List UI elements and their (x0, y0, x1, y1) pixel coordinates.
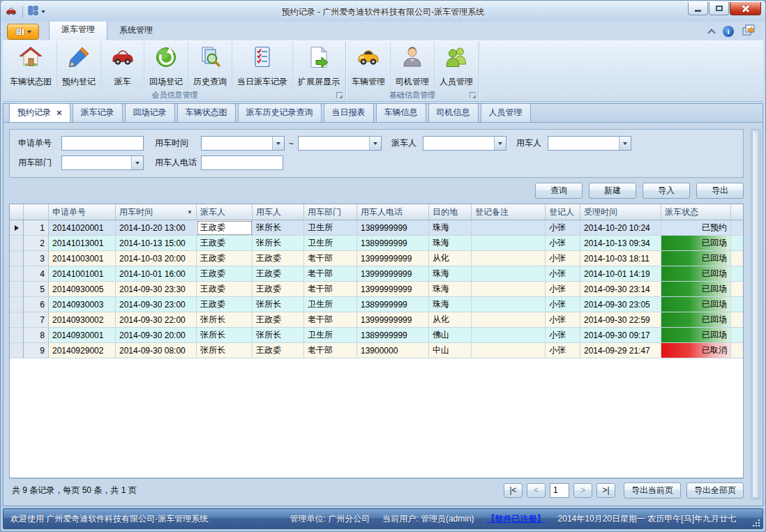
driver-person-icon (400, 45, 424, 69)
ribbon-tab-dispatch[interactable]: 派车管理 (49, 20, 107, 40)
ribbon: 车辆状态图 预约登记 派车 回场登记 (3, 40, 763, 102)
minimize-button[interactable] (688, 2, 708, 15)
ribbon-tabrow: 派车管理 系统管理 i (3, 22, 763, 40)
dispatch-status-badge: 已预约 (661, 220, 731, 236)
cell: 20141020001 (49, 220, 116, 236)
cell: 珠海 (429, 282, 472, 297)
current-user-text: 当前用户: 管理员(admin) (382, 513, 474, 525)
table-row[interactable]: 7 20140930002 2014-09-30 22:00 张所长 王政委 老… (10, 312, 743, 328)
close-tab-icon[interactable]: × (57, 109, 62, 116)
cell: 珠海 (429, 220, 472, 236)
cell: 2014-10-20 10:24 (580, 220, 661, 236)
cell: 2014-09-30 09:17 (580, 328, 661, 343)
tab-people-manage[interactable]: 人员管理 (481, 103, 531, 122)
dispatcher-combo[interactable] (423, 136, 506, 151)
chevron-down-icon (272, 137, 284, 150)
return-register-button[interactable]: 回场登记 (144, 42, 188, 89)
maximize-button[interactable] (709, 2, 729, 15)
titlebar: 预约记录 - 广州爱奇迪软件科技有限公司-派车管理系统 (1, 1, 765, 22)
page-arrow-icon (306, 45, 331, 69)
table-row[interactable]: 2 20141013001 2014-10-13 15:00 王政委 张所长 卫… (10, 236, 743, 251)
qat-dropdown-icon[interactable] (41, 10, 45, 13)
import-button[interactable]: 导入 (643, 183, 690, 199)
app-menu-button[interactable] (7, 24, 39, 40)
dispatch-button[interactable]: 派车 (100, 42, 144, 89)
daily-dispatch-record-button[interactable]: 当日派车记录 (232, 42, 292, 89)
checklist-icon (250, 45, 274, 69)
tab-dispatch-history-query[interactable]: 派车历史记录查询 (238, 103, 322, 122)
table-row[interactable]: 9 20140929002 2014-09-30 08:00 张所长 王政委 老… (10, 343, 743, 358)
first-page-button[interactable]: |< (504, 483, 523, 498)
people-manage-button[interactable]: 人员管理 (434, 42, 478, 89)
reserve-register-button[interactable]: 预约登记 (57, 42, 100, 89)
tab-dispatch-records[interactable]: 派车记录 (73, 103, 123, 122)
table-row[interactable]: 3 20141003001 2014-10-03 20:00 王政委 王政委 老… (10, 251, 743, 266)
tab-vehicle-status[interactable]: 车辆状态图 (177, 103, 236, 122)
info-icon[interactable]: i (723, 26, 734, 37)
col-user[interactable]: 用车人 (253, 204, 304, 220)
dialog-launcher-icon[interactable] (470, 92, 476, 98)
cell: 13999999999 (357, 266, 429, 282)
cell: 2014-10-20 13:00 (116, 220, 197, 236)
filter-panel: 申请单号 用车时间 ~ 派车人 用车人 (9, 129, 744, 178)
export-current-page-button[interactable]: 导出当前页 (624, 482, 681, 499)
page-number-input[interactable] (550, 483, 569, 498)
export-all-pages-button[interactable]: 导出全部页 (686, 482, 744, 499)
col-user-phone[interactable]: 用车人电话 (357, 204, 429, 220)
export-button[interactable]: 导出 (696, 183, 744, 199)
table-row[interactable]: 6 20140930003 2014-09-30 23:00 王政委 张所长 卫… (10, 297, 743, 312)
col-request-no[interactable]: 申请单号 (49, 204, 116, 220)
col-department[interactable]: 用车部门 (304, 204, 357, 220)
switch-window-icon[interactable] (742, 24, 755, 38)
next-page-button[interactable]: > (573, 483, 592, 498)
prev-page-button[interactable]: < (527, 483, 546, 498)
tab-daily-report[interactable]: 当日报表 (324, 103, 374, 122)
col-destination[interactable]: 目的地 (429, 204, 472, 220)
tab-reservation-records[interactable]: 预约记录 × (9, 103, 70, 122)
tab-driver-info[interactable]: 司机信息 (428, 103, 479, 122)
table-row[interactable]: 8 20140930001 2014-09-30 20:00 张所长 张所长 卫… (10, 328, 743, 343)
col-accept-time[interactable]: 受理时间 (580, 204, 661, 220)
create-button[interactable]: 新建 (589, 183, 636, 199)
dispatch-status-badge: 已回场 (661, 297, 731, 312)
scrollbar-thumb[interactable] (752, 130, 759, 498)
close-button[interactable] (730, 2, 761, 15)
query-button[interactable]: 查询 (535, 183, 583, 199)
resize-grip[interactable] (753, 519, 760, 526)
dialog-launcher-icon[interactable] (336, 92, 343, 98)
vehicle-manage-button[interactable]: 车辆管理 (347, 42, 390, 89)
extend-screen-button[interactable]: 扩展屏显示 (292, 42, 345, 89)
cell: 1389999999 (357, 297, 429, 312)
user-phone-input[interactable] (201, 155, 283, 170)
col-dispatcher[interactable]: 派车人 (197, 204, 253, 220)
col-registrar[interactable]: 登记人 (546, 204, 580, 220)
user-combo[interactable] (548, 136, 631, 151)
use-time-to-combo[interactable] (298, 136, 382, 151)
user-phone-label: 用车人电话 (155, 157, 195, 169)
use-time-from-combo[interactable] (201, 136, 285, 151)
license-link[interactable]: 【软件已注册】 (487, 513, 546, 525)
vehicle-status-button[interactable]: 车辆状态图 (5, 42, 57, 89)
col-dispatch-status[interactable]: 派车状态 (661, 204, 731, 220)
table-row[interactable]: 1 20141020001 2014-10-20 13:00 王政委 张所长 卫… (10, 220, 743, 236)
tab-vehicle-info[interactable]: 车辆信息 (376, 103, 426, 122)
vertical-scrollbar[interactable] (751, 129, 760, 499)
request-no-input[interactable] (61, 136, 144, 151)
collapse-ribbon-icon[interactable] (707, 29, 715, 36)
driver-manage-button[interactable]: 司机管理 (390, 42, 434, 89)
ribbon-tab-system[interactable]: 系统管理 (107, 21, 165, 40)
history-query-button[interactable]: 历史查询 (188, 42, 232, 89)
cell (472, 343, 546, 358)
focused-cell[interactable]: 王政委 (197, 220, 253, 236)
ribbon-right-tools: i (709, 24, 760, 40)
department-combo[interactable] (61, 155, 144, 170)
cell: 张所长 (197, 328, 253, 343)
layout-icon[interactable] (28, 6, 38, 18)
col-register-note[interactable]: 登记备注 (472, 204, 546, 220)
col-use-time[interactable]: 用车时间▼ (116, 204, 197, 220)
last-page-button[interactable]: >| (596, 483, 615, 498)
department-label: 用车部门 (18, 157, 55, 169)
tab-return-records[interactable]: 回场记录 (125, 103, 175, 122)
table-row[interactable]: 5 20140930005 2014-09-30 23:30 王政委 王政委 老… (10, 282, 743, 297)
table-row[interactable]: 4 20141001001 2014-10-01 16:00 王政委 王政委 老… (10, 266, 743, 282)
